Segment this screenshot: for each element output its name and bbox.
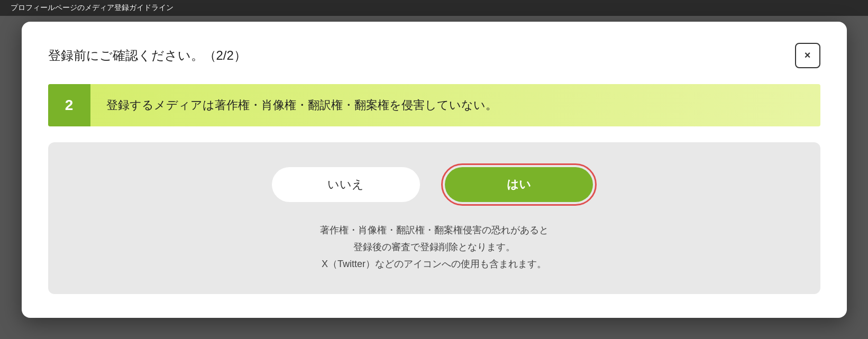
modal-dialog: 登録前にご確認ください。（2/2） × 2 登録するメディアは著作権・肖像権・翻… (22, 22, 847, 318)
notice-number: 2 (48, 84, 90, 126)
warning-text: 著作権・肖像権・翻訳権・翻案権侵害の恐れがあると 登録後の審査で登録削除となりま… (320, 222, 549, 273)
warning-line-2: 登録後の審査で登録削除となります。 (320, 239, 549, 255)
notice-banner: 2 登録するメディアは著作権・肖像権・翻訳権・翻案権を侵害していない。 (48, 84, 820, 126)
yes-button[interactable]: はい (445, 167, 593, 202)
modal-header: 登録前にご確認ください。（2/2） × (48, 43, 820, 68)
modal-title: 登録前にご確認ください。（2/2） (48, 47, 246, 64)
warning-line-3: X（Twitter）などのアイコンへの使用も含まれます。 (320, 255, 549, 272)
no-button[interactable]: いいえ (272, 167, 420, 202)
action-area: いいえ はい 著作権・肖像権・翻訳権・翻案権侵害の恐れがあると 登録後の審査で登… (48, 142, 820, 294)
close-button[interactable]: × (795, 43, 820, 68)
notice-text: 登録するメディアは著作権・肖像権・翻訳権・翻案権を侵害していない。 (90, 87, 513, 124)
button-row: いいえ はい (272, 163, 597, 206)
modal-overlay: 登録前にご確認ください。（2/2） × 2 登録するメディアは著作権・肖像権・翻… (0, 0, 868, 339)
yes-button-wrapper: はい (441, 163, 597, 206)
warning-line-1: 著作権・肖像権・翻訳権・翻案権侵害の恐れがあると (320, 222, 549, 239)
